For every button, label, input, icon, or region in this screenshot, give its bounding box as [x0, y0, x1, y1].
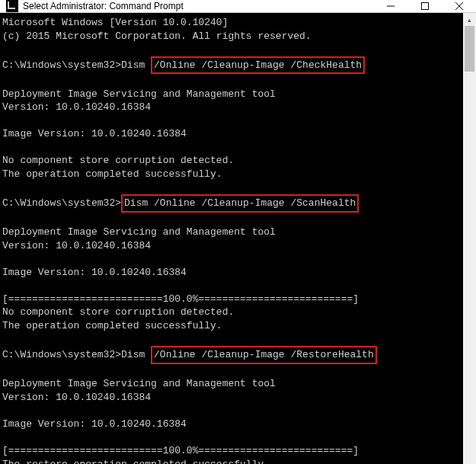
- output-line: Version: 10.0.10240.16384: [2, 392, 151, 403]
- window-title: Select Administrator: Command Prompt: [23, 1, 373, 11]
- highlighted-command-checkhealth: /Online /Cleanup-Image /CheckHealth: [151, 56, 365, 75]
- output-line: No component store corruption detected.: [2, 155, 234, 166]
- progress-bar: [==========================100.0%=======…: [2, 293, 359, 305]
- highlighted-command-restorehealth: /Online /Cleanup-Image /RestoreHealth: [151, 346, 377, 364]
- prompt-text: C:\Windows\system32>Dism: [2, 59, 151, 71]
- close-button[interactable]: [442, 0, 476, 12]
- prompt-text: C:\Windows\system32>: [2, 197, 121, 209]
- scrollbar-thumb[interactable]: [465, 26, 474, 72]
- output-line: The operation completed successfully.: [2, 168, 222, 180]
- output-line: Deployment Image Servicing and Managemen…: [2, 378, 276, 389]
- svg-rect-1: [421, 3, 428, 10]
- output-line: Image Version: 10.0.10240.16384: [2, 418, 187, 430]
- output-line: Image Version: 10.0.10240.16384: [2, 267, 187, 278]
- maximize-button[interactable]: [407, 0, 442, 12]
- output-line: No component store corruption detected.: [2, 306, 234, 318]
- window-titlebar[interactable]: Select Administrator: Command Prompt: [0, 0, 476, 13]
- vertical-scrollbar[interactable]: ▴ ▾: [463, 13, 476, 464]
- output-line: Image Version: 10.0.10240.16384: [2, 128, 187, 139]
- command-prompt-window: Select Administrator: Command Prompt Mic…: [0, 0, 476, 464]
- window-controls: [373, 0, 476, 12]
- output-line: Version: 10.0.10240.16384: [2, 240, 151, 251]
- highlighted-command-scanhealth: Dism /Online /Cleanup-Image /ScanHealth: [121, 194, 359, 213]
- prompt-text: C:\Windows\system32>Dism: [2, 349, 151, 360]
- output-line: The operation completed successfully.: [2, 320, 222, 331]
- scroll-up-button[interactable]: ▴: [463, 13, 476, 26]
- output-line: (c) 2015 Microsoft Corporation. All righ…: [2, 30, 311, 42]
- cmd-icon: [6, 0, 18, 12]
- output-line: Microsoft Windows [Version 10.0.10240]: [2, 17, 228, 28]
- terminal-content[interactable]: Microsoft Windows [Version 10.0.10240] (…: [0, 13, 463, 464]
- progress-bar: [==========================100.0%=======…: [2, 445, 359, 456]
- output-line: Deployment Image Servicing and Managemen…: [2, 88, 276, 100]
- output-line: The restore operation completed successf…: [2, 459, 270, 465]
- minimize-button[interactable]: [373, 0, 407, 12]
- output-line: Deployment Image Servicing and Managemen…: [2, 226, 276, 238]
- output-line: Version: 10.0.10240.16384: [2, 101, 151, 113]
